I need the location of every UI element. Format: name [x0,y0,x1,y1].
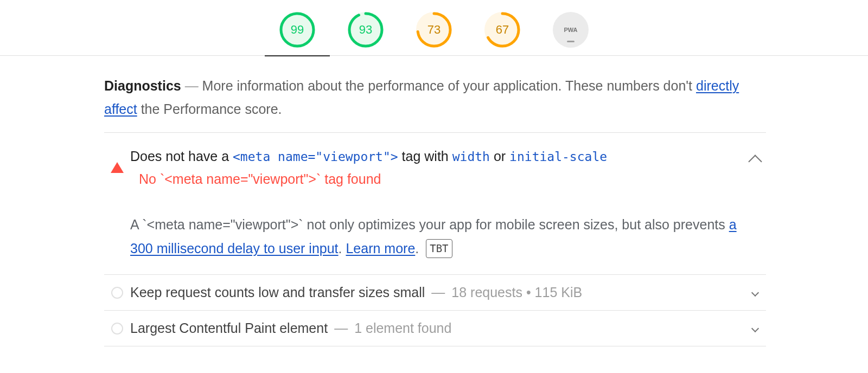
audit-title-part: Does not have a [130,149,233,164]
audit-row-title: Keep request counts low and transfer siz… [130,285,425,300]
chevron-down-icon[interactable] [751,325,759,332]
audit-title-part: or [490,149,509,164]
info-circle-icon [111,323,123,335]
dash-separator: — [431,285,445,300]
audit-title[interactable]: Does not have a <meta name="viewport"> t… [130,146,744,167]
audit-error-message: No `<meta name="viewport">` tag found [130,171,744,187]
active-category-underline [265,55,330,56]
score-value: 73 [427,23,441,37]
chevron-up-icon[interactable] [748,155,762,168]
metric-tag: TBT [426,239,452,258]
diagnostics-section-header: Diagnostics — More information about the… [104,56,766,133]
score-list: 99 93 73 67 PWA [0,12,868,48]
chevron-down-icon[interactable] [751,289,759,297]
audit-expl-sep: . [339,241,346,256]
audit-explanation: A `<meta name="viewport">` not only opti… [130,213,744,261]
score-gauge-performance[interactable]: 99 [278,12,316,48]
score-gauge-pwa[interactable]: PWA [552,12,590,48]
score-gauge-accessibility[interactable]: 93 [347,12,385,48]
score-value: 99 [291,23,304,37]
audit-code: width [452,150,490,164]
audit-code: initial-scale [509,150,607,164]
audit-expl-part: A `<meta name="viewport">` not only opti… [130,217,729,232]
audit-code: <meta name="viewport"> [233,150,398,164]
diagnostics-intro-before: More information about the performance o… [202,78,696,93]
audit-expl-end: . [415,241,423,256]
diagnostics-intro-after: the Performance score. [137,101,282,117]
fail-triangle-icon [111,162,124,173]
audit-title-part: tag with [398,149,452,164]
audit-row-title: Largest Contentful Paint element [130,320,328,336]
audit-viewport-expanded: Does not have a <meta name="viewport"> t… [104,133,766,275]
info-circle-icon [111,287,123,299]
learn-more-link[interactable]: Learn more [346,241,415,256]
pwa-label: PWA [564,27,577,33]
audit-row-lcp-element[interactable]: Largest Contentful Paint element — 1 ele… [104,311,766,346]
score-value: 93 [359,23,372,37]
score-gauge-best-practices[interactable]: 73 [415,12,453,48]
pwa-no-score-icon [567,41,575,42]
diagnostics-title: Diagnostics [104,78,181,93]
dash-separator: — [185,78,202,93]
score-value: 67 [496,23,509,37]
audit-row-meta: 1 element found [354,320,451,336]
dash-separator: — [334,320,348,336]
score-header: 99 93 73 67 PWA [0,0,868,56]
audit-row-request-counts[interactable]: Keep request counts low and transfer siz… [104,275,766,311]
score-gauge-seo[interactable]: 67 [483,12,521,48]
audit-row-meta: 18 requests • 115 KiB [451,285,582,300]
